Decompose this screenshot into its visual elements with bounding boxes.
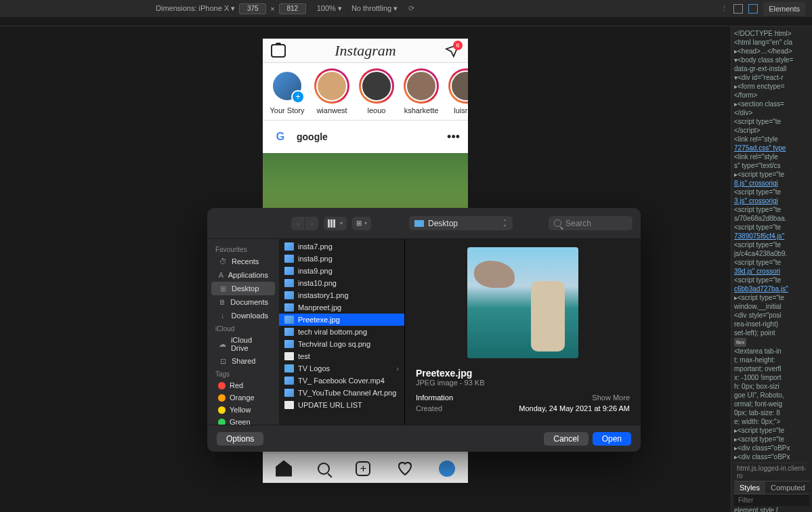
sidebar-item-downloads[interactable]: ↓Downloads <box>211 309 275 322</box>
source-line[interactable]: rea-inset-right) <box>734 320 809 328</box>
source-line[interactable]: <div style="posi <box>734 311 809 320</box>
more-icon[interactable]: ⋮ <box>721 4 728 13</box>
source-line[interactable]: ▸<script type="te <box>734 426 809 435</box>
elements-panel[interactable]: <!DOCTYPE html><html lang="en" cla▸<head… <box>731 26 812 512</box>
computed-tab[interactable]: Computed <box>765 482 811 494</box>
view-mode-grid[interactable]: ⊞ ▾ <box>352 217 371 230</box>
sidebar-item-icloud-drive[interactable]: ☁iCloud Drive <box>211 334 275 354</box>
elements-tab[interactable]: Elements <box>763 2 805 16</box>
show-more-link[interactable]: Show More <box>592 393 630 402</box>
device-icon[interactable] <box>748 4 758 14</box>
source-line[interactable]: <link rel="style <box>734 152 809 161</box>
open-button[interactable]: Open <box>593 432 631 446</box>
sidebar-item-documents[interactable]: 🗎Documents <box>211 295 275 309</box>
source-line[interactable]: <script type="te <box>734 240 809 249</box>
file-row[interactable]: TV_ Facebook Cover.mp4 <box>279 375 404 387</box>
source-line[interactable]: ▾<div id="react-r <box>734 73 809 82</box>
google-avatar[interactable]: G <box>271 127 290 146</box>
height-input[interactable] <box>279 3 306 14</box>
source-line[interactable]: <script type="te <box>734 276 809 284</box>
story-item[interactable]: wianwest <box>314 68 349 114</box>
source-line[interactable]: 0px; tab-size: 8 <box>734 408 809 417</box>
source-line[interactable]: flex <box>734 337 809 347</box>
source-line[interactable]: 39d.js" crossori <box>734 267 809 276</box>
source-line[interactable]: 7275ad.css" type <box>734 144 809 152</box>
forward-button[interactable]: › <box>305 217 318 230</box>
activity-icon[interactable] <box>397 461 413 477</box>
story-item[interactable]: luisrafa <box>448 68 468 114</box>
file-row[interactable]: test <box>279 350 404 362</box>
tag-red[interactable]: Red <box>211 379 275 391</box>
source-line[interactable]: s/70e68a2d8baa. <box>734 214 809 223</box>
story-item[interactable]: Your Story <box>270 68 305 114</box>
source-line[interactable]: <script type="te <box>734 188 809 196</box>
source-line[interactable]: <!DOCTYPE html> <box>734 29 809 38</box>
sidebar-item-recents[interactable]: ⏱Recents <box>211 255 275 268</box>
tag-orange[interactable]: Orange <box>211 391 275 404</box>
source-line[interactable]: js/c4ca4238a0b9. <box>734 249 809 258</box>
cancel-button[interactable]: Cancel <box>544 432 588 446</box>
source-line[interactable]: e; width: 0px;"> <box>734 417 809 426</box>
source-line[interactable]: x: -1000 !import <box>734 373 809 382</box>
search-input[interactable]: Search <box>549 216 633 230</box>
source-line[interactable]: <link rel="style <box>734 135 809 144</box>
source-line[interactable]: </script> <box>734 126 809 135</box>
style-rule[interactable]: element.style { <box>734 506 809 512</box>
source-line[interactable]: 7389075f6cf4.js" <box>734 232 809 240</box>
source-line[interactable]: s" type="text/cs <box>734 161 809 170</box>
source-line[interactable]: 3.js" crossorigi <box>734 196 809 205</box>
source-line[interactable]: set-left); point <box>734 328 809 337</box>
location-dropdown[interactable]: Desktop ⌃⌄ <box>409 216 513 230</box>
story-item[interactable]: ksharkette <box>404 68 439 114</box>
styles-tab[interactable]: Styles <box>734 482 765 494</box>
source-line[interactable]: <html lang="en" cla <box>734 38 809 47</box>
file-row[interactable]: Manpreet.jpg <box>279 301 404 314</box>
source-line[interactable]: <script type="te <box>734 205 809 214</box>
source-line[interactable]: ▸<script type="te <box>734 435 809 444</box>
source-line[interactable]: ▸<div class="oBPx <box>734 444 809 452</box>
file-row[interactable]: tech viral bottom.png <box>279 326 404 338</box>
source-line[interactable]: h: 0px; box-sizi <box>734 382 809 391</box>
source-line[interactable]: ▸<section class= <box>734 100 809 108</box>
dimensions-dropdown[interactable]: Dimensions: iPhone X ▾ <box>156 4 235 13</box>
profile-icon[interactable] <box>439 461 455 477</box>
new-post-icon[interactable]: + <box>356 461 370 476</box>
styles-filter[interactable] <box>734 494 809 506</box>
options-button[interactable]: Options <box>217 432 263 446</box>
inspect-icon[interactable] <box>733 4 743 14</box>
source-line[interactable]: <textarea tab-in <box>734 347 809 356</box>
source-line[interactable]: goe UI", Roboto, <box>734 391 809 400</box>
source-line[interactable]: window.__initial <box>734 302 809 311</box>
tag-green[interactable]: Green <box>211 416 275 425</box>
sidebar-item-shared[interactable]: ⊡Shared <box>211 354 275 368</box>
file-row[interactable]: TV_YouTube Channel Art.png <box>279 387 404 399</box>
file-row[interactable]: Preetexe.jpg <box>279 314 404 326</box>
source-line[interactable]: ormal; font-weig <box>734 400 809 408</box>
source-line[interactable]: ▸<div class="oBPx <box>734 452 809 461</box>
source-line[interactable]: <script type="te <box>734 117 809 126</box>
source-line[interactable]: <script type="te <box>734 223 809 232</box>
source-line[interactable]: t; max-height: <box>734 356 809 364</box>
throttling-dropdown[interactable]: No throttling ▾ <box>351 4 398 13</box>
file-row[interactable]: insta8.png <box>279 253 404 265</box>
search-icon[interactable] <box>318 463 330 475</box>
zoom-dropdown[interactable]: 100% ▾ <box>317 4 342 13</box>
file-row[interactable]: insta7.png <box>279 240 404 253</box>
source-line[interactable]: ▸<script type="te <box>734 293 809 302</box>
post-more-icon[interactable]: ••• <box>447 130 460 144</box>
file-row[interactable]: UPDATE URL LIST <box>279 399 404 411</box>
sidebar-item-desktop[interactable]: ⊞Desktop <box>211 282 275 295</box>
breadcrumb[interactable]: html.js.logged-in.client-ro <box>734 463 809 481</box>
source-line[interactable]: data-gr-ext-install <box>734 64 809 73</box>
tag-yellow[interactable]: Yellow <box>211 404 275 416</box>
file-row[interactable]: TV Logos <box>279 362 404 375</box>
file-row[interactable]: Techviral Logo sq.png <box>279 338 404 350</box>
file-row[interactable]: insta9.png <box>279 265 404 277</box>
source-line[interactable]: </form> <box>734 91 809 100</box>
view-mode-columns[interactable]: ▾ <box>324 217 347 230</box>
source-line[interactable]: ▾<body class style= <box>734 56 809 64</box>
home-icon[interactable] <box>276 461 292 477</box>
source-line[interactable]: 8.js" crossorigi <box>734 179 809 188</box>
source-line[interactable]: mportant; overfl <box>734 364 809 373</box>
stories-row[interactable]: Your Storywianwestleouoksharketteluisraf… <box>263 63 468 121</box>
